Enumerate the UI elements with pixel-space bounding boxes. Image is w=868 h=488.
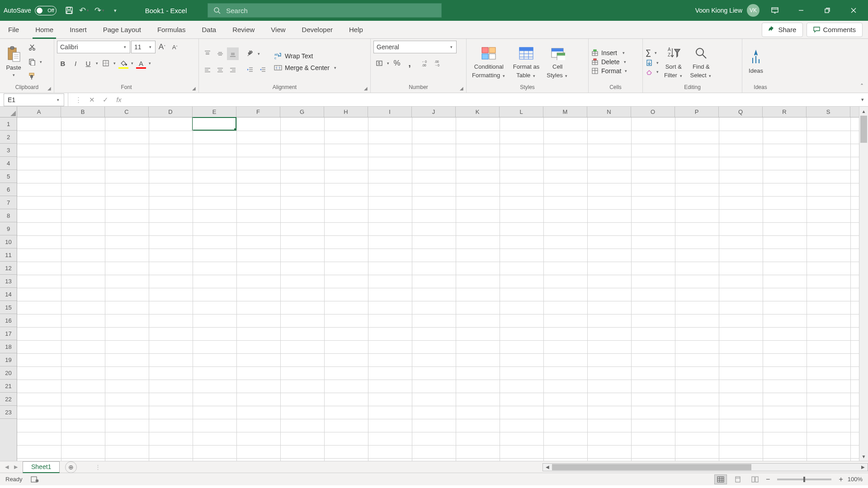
copy-icon[interactable] [26, 56, 38, 68]
vertical-scrollbar[interactable]: ▲ ▼ [859, 107, 868, 461]
column-header[interactable]: P [675, 107, 719, 117]
conditional-formatting-button[interactable]: Conditional Formatting ▾ [469, 42, 509, 82]
tab-insert[interactable]: Insert [61, 21, 95, 39]
align-center-icon[interactable] [214, 64, 226, 76]
wrap-text-button[interactable]: abc Wrap Text [274, 52, 337, 60]
tab-formulas[interactable]: Formulas [149, 21, 194, 39]
tab-review[interactable]: Review [224, 21, 263, 39]
paste-button[interactable]: Paste ▾ [3, 42, 24, 82]
column-header[interactable]: D [149, 107, 193, 117]
name-box[interactable]: E1▾ [4, 94, 64, 106]
scroll-left-icon[interactable]: ◀ [543, 464, 552, 471]
nav-next-icon[interactable]: ▶ [12, 464, 20, 470]
scroll-thumb[interactable] [552, 464, 751, 470]
tab-data[interactable]: Data [193, 21, 224, 39]
tab-help[interactable]: Help [341, 21, 371, 39]
chevron-down-icon[interactable]: ▾ [130, 61, 134, 66]
italic-button[interactable]: I [70, 57, 81, 70]
accounting-format-icon[interactable]: $ [373, 57, 385, 70]
format-cells-button[interactable]: Format▾ [591, 67, 628, 75]
minimize-icon[interactable] [790, 0, 812, 21]
page-break-view-icon[interactable] [749, 474, 761, 484]
search-box[interactable]: Search [208, 3, 442, 18]
row-header[interactable]: 14 [0, 288, 17, 301]
column-header[interactable]: S [807, 107, 850, 117]
chevron-down-icon[interactable]: ▾ [12, 73, 16, 77]
zoom-in-icon[interactable]: + [839, 475, 843, 483]
dialog-launcher-icon[interactable]: ◢ [192, 86, 196, 91]
tab-view[interactable]: View [263, 21, 293, 39]
enter-icon[interactable]: ✓ [100, 96, 111, 104]
row-header[interactable]: 15 [0, 301, 17, 314]
font-size-combo[interactable]: 11▾ [131, 41, 156, 53]
chevron-down-icon[interactable]: ▾ [113, 61, 117, 66]
row-header[interactable]: 10 [0, 235, 17, 249]
macro-record-icon[interactable] [31, 476, 39, 483]
row-header[interactable]: 1 [0, 117, 17, 131]
column-header[interactable]: E [193, 107, 236, 117]
cell-styles-button[interactable]: Cell Styles ▾ [544, 42, 571, 82]
percent-icon[interactable]: % [391, 57, 403, 70]
normal-view-icon[interactable] [714, 474, 727, 484]
align-right-icon[interactable] [227, 64, 239, 76]
autosum-button[interactable]: ∑▾ [646, 48, 660, 57]
number-format-combo[interactable]: General▾ [373, 41, 457, 53]
ideas-button[interactable]: Ideas [745, 42, 767, 82]
cut-icon[interactable] [26, 41, 38, 54]
align-left-icon[interactable] [202, 64, 213, 76]
find-select-button[interactable]: Find & Select ▾ [688, 42, 715, 82]
column-header[interactable]: N [587, 107, 631, 117]
tab-developer[interactable]: Developer [294, 21, 341, 39]
increase-indent-icon[interactable] [257, 64, 269, 76]
tab-file[interactable]: File [0, 21, 27, 39]
scroll-track[interactable] [859, 116, 868, 452]
column-header[interactable]: F [236, 107, 280, 117]
row-header[interactable]: 19 [0, 353, 17, 366]
chevron-down-icon[interactable]: ▾ [95, 61, 99, 66]
add-sheet-button[interactable]: ⊕ [65, 461, 77, 473]
font-color-icon[interactable]: A [135, 57, 147, 70]
comma-style-icon[interactable]: , [404, 57, 415, 70]
page-layout-view-icon[interactable] [731, 474, 744, 484]
nav-prev-icon[interactable]: ◀ [3, 464, 11, 470]
row-header[interactable]: 13 [0, 275, 17, 288]
column-header[interactable]: A [17, 107, 61, 117]
column-header[interactable]: C [105, 107, 149, 117]
cancel-icon[interactable]: ✕ [86, 96, 97, 104]
format-as-table-button[interactable]: Format as Table ▾ [510, 42, 542, 82]
align-middle-icon[interactable] [214, 47, 226, 60]
tab-page-layout[interactable]: Page Layout [95, 21, 149, 39]
clear-button[interactable]: ▾ [646, 68, 660, 75]
row-header[interactable]: 16 [0, 314, 17, 327]
avatar[interactable]: VK [747, 4, 760, 17]
zoom-out-icon[interactable]: − [766, 475, 770, 483]
row-header[interactable]: 7 [0, 196, 17, 209]
row-header[interactable]: 23 [0, 406, 17, 419]
scroll-down-icon[interactable]: ▼ [859, 452, 868, 461]
font-name-combo[interactable]: Calibri▾ [57, 41, 130, 53]
scroll-up-icon[interactable]: ▲ [859, 107, 868, 116]
align-bottom-icon[interactable] [227, 47, 239, 60]
underline-button[interactable]: U [82, 57, 94, 70]
collapse-ribbon-icon[interactable]: ˄ [860, 83, 863, 90]
zoom-slider[interactable] [777, 479, 831, 480]
increase-font-icon[interactable]: A˄ [156, 41, 168, 53]
chevron-down-icon[interactable]: ▾ [39, 60, 43, 64]
column-header[interactable]: H [324, 107, 368, 117]
fx-icon[interactable]: fx [113, 96, 124, 103]
decrease-font-icon[interactable]: A˅ [169, 41, 181, 53]
autosave-toggle[interactable]: AutoSave Off [0, 6, 60, 15]
autosave-switch[interactable]: Off [35, 6, 57, 15]
decrease-decimal-icon[interactable]: .00→0 [433, 57, 444, 70]
column-header[interactable]: K [456, 107, 500, 117]
tab-split-icon[interactable]: ⋮ [95, 464, 101, 470]
row-header[interactable]: 21 [0, 380, 17, 393]
row-header[interactable]: 9 [0, 222, 17, 235]
maximize-icon[interactable] [816, 0, 838, 21]
user-name[interactable]: Voon Kiong Liew [695, 7, 742, 14]
scroll-track[interactable] [552, 464, 859, 471]
share-button[interactable]: Share [762, 23, 803, 37]
chevron-down-icon[interactable]: ▾ [333, 66, 337, 70]
column-header[interactable]: B [61, 107, 105, 117]
orientation-icon[interactable]: ab [244, 47, 256, 60]
